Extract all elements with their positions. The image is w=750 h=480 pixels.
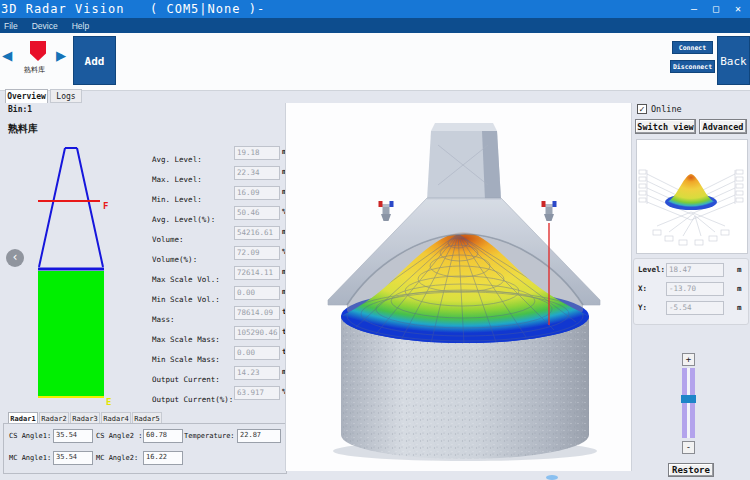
back-button[interactable]: Back: [717, 36, 750, 85]
connection-status: ( COM5|None )-: [150, 2, 265, 16]
temperature-field[interactable]: 22.87: [237, 429, 281, 443]
switch-view-button[interactable]: Switch view: [635, 119, 696, 134]
field-label: Avg. Level:: [152, 155, 202, 164]
field-label: Avg. Level(%):: [152, 215, 215, 224]
field-label: Max. Level:: [152, 175, 202, 184]
advanced-button[interactable]: Advanced: [699, 119, 747, 134]
field-label: Min Scale Mass:: [152, 355, 220, 364]
add-bin-button[interactable]: Add: [73, 36, 116, 85]
menu-file[interactable]: File: [4, 21, 18, 31]
cs-angle2-label: CS Angle2 :: [96, 432, 142, 440]
mc-angle2-label: MC Angle2:: [96, 454, 138, 462]
temperature-label: Temperature:: [184, 432, 235, 440]
field-value: 54216.61: [234, 226, 280, 240]
field-label: Max Scale Vol.:: [152, 275, 220, 284]
disconnect-button[interactable]: Disconnect: [670, 60, 715, 73]
field-label: Max Scale Mass:: [152, 335, 220, 344]
cs-angle1-field[interactable]: 35.54: [53, 429, 93, 443]
connect-button[interactable]: Connect: [672, 41, 713, 54]
silo-tower-top: [431, 123, 497, 131]
zoom-in-button[interactable]: +: [682, 353, 695, 366]
field-value: 0.00: [234, 286, 280, 300]
full-mark-label: F: [103, 201, 108, 211]
bin-id-label: Bin:1: [8, 105, 32, 114]
cs-angle2-field[interactable]: 60.78: [143, 429, 183, 443]
level-label: Level:: [638, 265, 665, 274]
empty-mark-label: E: [106, 397, 111, 406]
radar-device-left: [379, 201, 394, 221]
zoom-slider-track[interactable]: [682, 368, 695, 438]
tab-overview[interactable]: Overview: [5, 89, 48, 103]
field-value: 22.34: [234, 166, 280, 180]
field-value: 16.09: [234, 186, 280, 200]
next-bin-arrow-icon[interactable]: ▶: [56, 45, 66, 65]
field-value: 72.09: [234, 246, 280, 260]
field-label: Min Scale Vol.:: [152, 295, 220, 304]
y-label: Y:: [638, 303, 647, 312]
x-label: X:: [638, 284, 647, 293]
x-unit: m: [737, 284, 742, 293]
title-bar: 3D Radar Vision ( COM5|None )- – □ ✕: [0, 0, 750, 18]
bin-tab-label[interactable]: 熟料库: [24, 65, 45, 75]
mc-angle1-label: MC Angle1:: [9, 454, 51, 462]
surface-preview-panel[interactable]: [636, 139, 748, 254]
page-indicator-dot: [546, 475, 558, 480]
fill-level-area: [38, 271, 104, 396]
level-value: 18.47: [666, 263, 724, 277]
menu-help[interactable]: Help: [72, 21, 89, 31]
restore-button[interactable]: Restore: [668, 463, 714, 477]
menu-device[interactable]: Device: [32, 21, 58, 31]
x-value: -13.70: [666, 282, 724, 296]
field-value: 78614.09: [234, 306, 280, 320]
window-title: 3D Radar Vision: [1, 2, 124, 16]
field-label: Min. Level:: [152, 195, 202, 204]
field-label: Mass:: [152, 315, 175, 324]
bin-name-label: 熟料库: [8, 122, 38, 136]
y-unit: m: [737, 303, 742, 312]
close-button[interactable]: ✕: [730, 1, 746, 16]
field-value: 14.23: [234, 366, 280, 380]
silo-tower-shade: [482, 131, 501, 200]
y-value: -5.54: [666, 301, 724, 315]
field-value: 50.46: [234, 206, 280, 220]
online-label: Online: [651, 104, 682, 114]
prev-bin-arrow-icon[interactable]: ◀: [2, 45, 12, 65]
radar-device-right: [542, 201, 557, 221]
surface-preview-plot: [637, 140, 745, 251]
silo-level-diagram: F E: [14, 142, 124, 406]
zoom-slider-handle[interactable]: [681, 395, 696, 403]
field-label: Output Current:: [152, 375, 220, 384]
app-window: 3D Radar Vision ( COM5|None )- – □ ✕ Fil…: [0, 0, 750, 480]
field-label: Volume:: [152, 235, 184, 244]
field-label: Volume(%):: [152, 255, 197, 264]
mc-angle1-field[interactable]: 35.54: [53, 451, 93, 465]
tab-logs[interactable]: Logs: [50, 89, 82, 103]
bin-tab-icon[interactable]: [30, 41, 46, 61]
field-value: 0.00: [234, 346, 280, 360]
menu-bar: File Device Help: [0, 18, 750, 33]
cs-angle1-label: CS Angle1:: [9, 432, 51, 440]
mc-angle2-field[interactable]: 16.22: [143, 451, 183, 465]
field-value: 72614.11: [234, 266, 280, 280]
field-value: 105290.46: [234, 326, 280, 340]
toolbar: ◀ 熟料库 ▶ Add Connect Disconnect Back: [0, 33, 750, 91]
maximize-button[interactable]: □: [708, 1, 724, 16]
silo-3d-view[interactable]: [285, 103, 632, 471]
preview-mound: [667, 174, 715, 209]
silo-cone-outline: [39, 148, 103, 267]
collapse-panel-button[interactable]: ‹: [6, 249, 24, 267]
field-value: 63.917: [234, 386, 280, 400]
level-unit: m: [737, 265, 742, 274]
silo-3d-render: [286, 103, 631, 469]
field-value: 19.18: [234, 146, 280, 160]
minimize-button[interactable]: –: [686, 1, 702, 16]
zoom-out-button[interactable]: -: [682, 441, 695, 454]
field-label: Output Current(%):: [152, 395, 233, 404]
online-checkbox[interactable]: ✓: [637, 104, 647, 114]
